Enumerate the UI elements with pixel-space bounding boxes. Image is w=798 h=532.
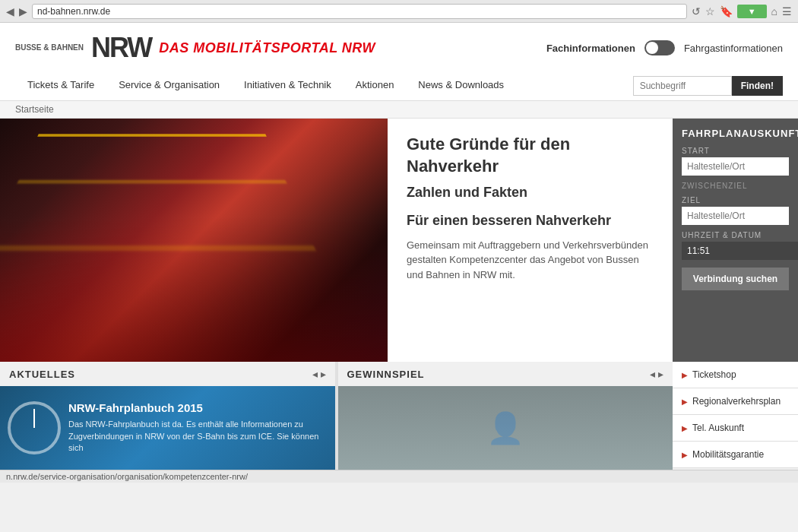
tel-auskunft-arrow-icon: ▶ bbox=[682, 424, 688, 432]
uhrzeit-label: UHRZEIT & DATUM bbox=[682, 231, 789, 239]
aktuelles-heading: NRW-Fahrplanbuch 2015 bbox=[68, 401, 328, 414]
hero-image bbox=[0, 119, 388, 362]
tagline: DAS MOBILITÄTSPORTAL NRW bbox=[159, 40, 375, 56]
main-content: Gute Gründe für den Nahverkehr Zahlen un… bbox=[0, 119, 798, 362]
person-image: 👤 bbox=[338, 386, 673, 470]
bookmark-icon[interactable]: 🔖 bbox=[720, 5, 733, 17]
aktuelles-content: NRW-Fahrplanbuch 2015 Das NRW-Fahrplanbu… bbox=[0, 386, 335, 470]
aktuelles-arrows: ◂ ▸ bbox=[312, 368, 326, 380]
fahrplan-sidebar: FAHRPLANAUSKUNFT START ZWISCHENZIEL ZIEL… bbox=[673, 119, 798, 362]
download-button[interactable]: ▼ bbox=[737, 5, 767, 18]
busse-bahnen-logo: BUSSE & BAHNEN bbox=[15, 43, 84, 52]
fahrplan-box: FAHRPLANAUSKUNFT START ZWISCHENZIEL ZIEL… bbox=[673, 119, 798, 299]
aktuelles-header: AKTUELLES ◂ ▸ bbox=[0, 362, 335, 386]
zwischenziel-label: ZWISCHENZIEL bbox=[682, 182, 789, 190]
browser-bar: ◀ ▶ ↺ ☆ 🔖 ▼ ⌂ ☰ bbox=[0, 0, 798, 23]
search-input[interactable] bbox=[633, 76, 732, 96]
hero-text: Gute Gründe für den Nahverkehr Zahlen un… bbox=[388, 119, 673, 362]
hero-body: Gemeinsam mit Auftraggebern und Verkehrs… bbox=[407, 238, 654, 283]
fahrplan-title: FAHRPLANAUSKUNFT bbox=[682, 128, 789, 139]
ticketshop-label: Ticketshop bbox=[692, 369, 736, 380]
refresh-icon[interactable]: ↺ bbox=[692, 5, 701, 17]
bottom-section: AKTUELLES ◂ ▸ NRW-Fahrplanbuch 2015 Das … bbox=[0, 362, 798, 470]
start-input[interactable] bbox=[682, 157, 789, 176]
hero-title: Gute Gründe für den Nahverkehr bbox=[407, 134, 654, 177]
url-bar[interactable] bbox=[32, 4, 687, 19]
start-label: START bbox=[682, 147, 789, 155]
gewinnspiel-section: GEWINNSPIEL ◂ ▸ 👤 bbox=[338, 362, 673, 470]
quick-links: ▶ Ticketshop ▶ Regionalverkehrsplan ▶ Te… bbox=[673, 362, 798, 470]
back-icon[interactable]: ◀ bbox=[6, 5, 14, 17]
hero-subtitle: Zahlen und Fakten bbox=[407, 185, 654, 201]
nav-aktionen[interactable]: Aktionen bbox=[344, 71, 407, 100]
breadcrumb-startseite[interactable]: Startseite bbox=[15, 104, 54, 115]
aktuelles-text: NRW-Fahrplanbuch 2015 Das NRW-Fahrplanbu… bbox=[68, 401, 328, 454]
tel-auskunft-label: Tel. Auskunft bbox=[692, 423, 744, 433]
aktuelles-section: AKTUELLES ◂ ▸ NRW-Fahrplanbuch 2015 Das … bbox=[0, 362, 338, 470]
fachinformationen-label: Fachinformationen bbox=[546, 43, 635, 54]
main-nav: Tickets & Tarife Service & Organisation … bbox=[15, 71, 783, 100]
ziel-input[interactable] bbox=[682, 207, 789, 225]
hero-h2: Für einen besseren Nahverkehr bbox=[407, 212, 654, 230]
quick-link-tel-auskunft[interactable]: ▶ Tel. Auskunft bbox=[673, 415, 798, 442]
regionalverkehrsplan-arrow-icon: ▶ bbox=[682, 397, 688, 406]
aktuelles-next-button[interactable]: ▸ bbox=[321, 368, 326, 380]
hero-section: Gute Gründe für den Nahverkehr Zahlen un… bbox=[0, 119, 673, 362]
verbindung-suchen-button[interactable]: Verbindung suchen bbox=[682, 268, 789, 290]
home-icon[interactable]: ⌂ bbox=[771, 5, 777, 17]
nav-tickets-tarife[interactable]: Tickets & Tarife bbox=[15, 71, 106, 100]
nav-news-downloads[interactable]: News & Downloads bbox=[406, 71, 516, 100]
toggle-switch[interactable] bbox=[644, 40, 675, 55]
mobilitaetsgarantie-label: Mobilitätsgarantie bbox=[692, 449, 764, 460]
aktuelles-prev-button[interactable]: ◂ bbox=[312, 368, 318, 380]
aktuelles-title: AKTUELLES bbox=[9, 369, 75, 380]
search-button[interactable]: Finden! bbox=[732, 76, 783, 96]
quick-link-regionalverkehrsplan[interactable]: ▶ Regionalverkehrsplan bbox=[673, 388, 798, 415]
star-icon[interactable]: ☆ bbox=[705, 5, 715, 17]
logo-area: BUSSE & BAHNEN NRW DAS MOBILITÄTSPORTAL … bbox=[15, 32, 375, 64]
clock-icon bbox=[8, 401, 61, 454]
gewinnspiel-prev-button[interactable]: ◂ bbox=[650, 368, 655, 380]
fahrgastinformationen-label: Fahrgastinformationen bbox=[684, 43, 783, 54]
status-url: n.nrw.de/service-organisation/organisati… bbox=[6, 472, 248, 481]
datetime-row bbox=[682, 242, 789, 260]
breadcrumb: Startseite bbox=[0, 101, 798, 119]
nav-initiativen-technik[interactable]: Initiativen & Technik bbox=[232, 71, 344, 100]
aktuelles-body: Das NRW-Fahrplanbuch ist da. Es enthält … bbox=[68, 419, 328, 454]
status-bar: n.nrw.de/service-organisation/organisati… bbox=[0, 470, 798, 483]
nrw-logo: NRW bbox=[91, 32, 151, 64]
uhrzeit-input[interactable] bbox=[682, 242, 798, 260]
regionalverkehrsplan-label: Regionalverkehrsplan bbox=[692, 396, 781, 407]
forward-icon[interactable]: ▶ bbox=[19, 5, 27, 17]
gewinnspiel-arrows: ◂ ▸ bbox=[650, 368, 663, 380]
nav-service-organisation[interactable]: Service & Organisation bbox=[106, 71, 232, 100]
quick-link-mobilitaetsgarantie[interactable]: ▶ Mobilitätsgarantie bbox=[673, 442, 798, 468]
ticketshop-arrow-icon: ▶ bbox=[682, 371, 688, 379]
gewinnspiel-title: GEWINNSPIEL bbox=[347, 369, 425, 380]
site-header: BUSSE & BAHNEN NRW DAS MOBILITÄTSPORTAL … bbox=[0, 23, 798, 101]
gewinnspiel-content: 👤 bbox=[338, 386, 673, 470]
gewinnspiel-next-button[interactable]: ▸ bbox=[658, 368, 663, 380]
mobilitaetsgarantie-arrow-icon: ▶ bbox=[682, 451, 688, 459]
quick-link-ticketshop[interactable]: ▶ Ticketshop bbox=[673, 362, 798, 388]
menu-icon[interactable]: ☰ bbox=[782, 5, 792, 17]
header-right: Fachinformationen Fahrgastinformationen bbox=[546, 40, 783, 55]
gewinnspiel-header: GEWINNSPIEL ◂ ▸ bbox=[338, 362, 673, 386]
ziel-label: ZIEL bbox=[682, 196, 789, 204]
nav-search: Finden! bbox=[633, 76, 783, 96]
